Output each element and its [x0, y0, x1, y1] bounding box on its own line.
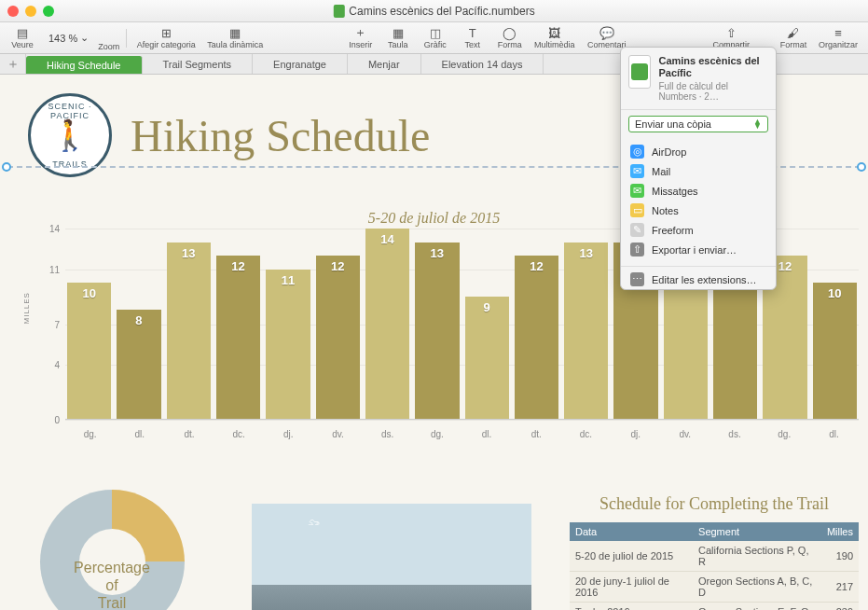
- chart-icon: ◫: [427, 26, 444, 39]
- send-copy-select[interactable]: Enviar una còpia ▲▼: [628, 116, 768, 132]
- media-button[interactable]: 🖼 Multimèdia: [530, 22, 579, 53]
- people-silhouettes: [252, 606, 531, 610]
- x-tick: dt.: [164, 425, 214, 448]
- table-cell: Tardor 2016: [570, 602, 693, 610]
- share-option-item[interactable]: ◎AirDrop: [621, 142, 776, 161]
- table-row[interactable]: 20 de juny-1 juliol de 2016Oregon Sectio…: [570, 571, 859, 602]
- select-arrows-icon: ▲▼: [753, 119, 762, 130]
- shape-icon: ◯: [502, 26, 518, 39]
- photo-placeholder[interactable]: 𐦐: [252, 504, 531, 610]
- y-tick: 14: [49, 224, 60, 234]
- popover-header: Camins escènics del Pacífic Full de càlc…: [621, 48, 776, 110]
- chart-bar[interactable]: 10: [813, 283, 857, 419]
- chart-bar[interactable]: 11: [266, 270, 310, 419]
- format-button[interactable]: 🖌 Format: [777, 22, 810, 53]
- chart-bar[interactable]: 13: [167, 243, 211, 419]
- selection-handle-right[interactable]: [857, 162, 866, 172]
- table-row[interactable]: 5-20 de juliol de 2015California Section…: [570, 541, 859, 572]
- share-option-item[interactable]: ✎Freeform: [621, 220, 776, 240]
- pivot-table-button[interactable]: ▦ Taula dinàmica: [202, 22, 268, 53]
- y-axis: 0471114: [28, 229, 63, 420]
- table-header-cell[interactable]: Milles: [821, 522, 859, 541]
- table-row[interactable]: Tardor 2016Oregon Sections E, F, G239: [570, 602, 859, 610]
- chart-button[interactable]: ◫ Gràfic: [419, 22, 452, 53]
- table-header-cell[interactable]: Segment: [693, 522, 821, 541]
- window-title-text: Camins escènics del Pacífic.numbers: [349, 5, 534, 18]
- x-tick: dl.: [462, 425, 512, 448]
- chart-bar[interactable]: 10: [67, 283, 111, 419]
- y-tick: 4: [54, 360, 60, 370]
- share-option-icon: ✎: [630, 223, 644, 237]
- view-button[interactable]: ▤ Veure: [6, 22, 39, 53]
- share-option-item[interactable]: ▭Notes: [621, 201, 776, 220]
- sheet-tab[interactable]: Elevation 14 days: [421, 54, 544, 74]
- window-titlebar: Camins escènics del Pacífic.numbers: [0, 0, 868, 22]
- edit-extensions-item[interactable]: ⋯ Editar les extensions…: [621, 270, 776, 289]
- chart-bar[interactable]: 8: [117, 310, 160, 419]
- header-row: SCENIC · PACIFIC 🚶 TRAILS Hiking Schedul…: [28, 93, 430, 177]
- bar-value-label: 13: [415, 246, 459, 260]
- table-cell: 5-20 de juliol de 2015: [570, 541, 693, 572]
- popover-divider: [621, 266, 776, 267]
- x-tick: dg.: [65, 425, 115, 448]
- table-header-cell[interactable]: Data: [570, 522, 693, 541]
- zoom-control[interactable]: 143 % ⌄: [48, 32, 89, 44]
- chart-bar[interactable]: 12: [515, 256, 558, 419]
- bar-value-label: 10: [813, 286, 857, 300]
- hiker-icon: 🚶: [51, 118, 89, 153]
- selection-handle-left[interactable]: [2, 162, 11, 172]
- chart-bar[interactable]: 12: [216, 256, 260, 419]
- x-tick: dv.: [660, 425, 710, 448]
- table-cell: Oregon Sections A, B, C, D: [693, 571, 821, 602]
- y-tick: 0: [54, 415, 60, 425]
- bar-value-label: 13: [167, 246, 211, 260]
- chart-bar[interactable]: 9: [465, 297, 509, 419]
- x-tick: dl.: [809, 425, 859, 448]
- y-tick: 7: [54, 319, 60, 329]
- zoom-window-button[interactable]: [43, 6, 54, 17]
- bar-value-label: 14: [365, 232, 409, 246]
- minimize-window-button[interactable]: [25, 6, 36, 17]
- share-option-item[interactable]: ✉Mail: [621, 161, 776, 181]
- share-option-label: Missatges: [652, 186, 698, 197]
- window-title: Camins escènics del Pacífic.numbers: [333, 5, 534, 18]
- format-icon: 🖌: [785, 26, 802, 39]
- table-button[interactable]: ▦ Taula: [381, 22, 415, 53]
- share-option-icon: ⇧: [630, 243, 644, 256]
- schedule-table-widget[interactable]: Schedule for Completing the Trail DataSe…: [570, 494, 859, 610]
- share-popover: Camins escènics del Pacífic Full de càlc…: [620, 47, 777, 290]
- table-cell: 190: [821, 541, 859, 572]
- share-icon: ⇧: [723, 26, 739, 39]
- sheet-tab[interactable]: Menjar: [348, 54, 421, 74]
- organize-icon: ≡: [830, 26, 847, 39]
- x-tick: dc.: [561, 425, 611, 448]
- close-window-button[interactable]: [7, 6, 19, 17]
- sheet-tab[interactable]: Trail Segments: [143, 54, 254, 74]
- bar-value-label: 10: [67, 286, 111, 300]
- share-option-item[interactable]: ⇧Exportar i enviar…: [621, 240, 776, 259]
- x-axis: dg.dl.dt.dc.dj.dv.ds.dg.dl.dt.dc.dj.dv.d…: [65, 425, 859, 448]
- bar-value-label: 12: [216, 259, 260, 273]
- add-sheet-button[interactable]: ＋: [0, 54, 26, 74]
- donut-chart[interactable]: Percentage of Trail: [19, 490, 205, 610]
- table-cell: 239: [821, 602, 859, 610]
- chart-bar[interactable]: 12: [316, 256, 360, 419]
- text-button[interactable]: T Text: [456, 22, 489, 53]
- table-cell: California Sections P, Q, R: [693, 541, 821, 572]
- share-options-list: ◎AirDrop✉Mail✉Missatges▭Notes✎Freeform⇧E…: [621, 138, 776, 263]
- share-option-item[interactable]: ✉Missatges: [621, 181, 776, 201]
- x-tick: dt.: [512, 425, 561, 448]
- share-option-label: Mail: [652, 166, 670, 177]
- donut-ring: Percentage of Trail: [40, 490, 185, 610]
- insert-button[interactable]: ＋ Inserir: [344, 22, 378, 53]
- sheet-tab[interactable]: Hiking Schedule: [26, 56, 143, 74]
- chart-bar[interactable]: 14: [365, 229, 409, 419]
- file-thumbnail-icon: [628, 55, 651, 89]
- sheet-tab[interactable]: Engranatge: [253, 54, 348, 74]
- organize-button[interactable]: ≡ Organitzar: [814, 22, 862, 53]
- chart-bar[interactable]: 13: [415, 243, 459, 419]
- chart-bar[interactable]: 13: [564, 243, 608, 419]
- shape-button[interactable]: ◯ Forma: [493, 22, 527, 53]
- extensions-icon: ⋯: [630, 272, 644, 286]
- add-category-button[interactable]: ⊞ Afegir categoria: [133, 22, 199, 53]
